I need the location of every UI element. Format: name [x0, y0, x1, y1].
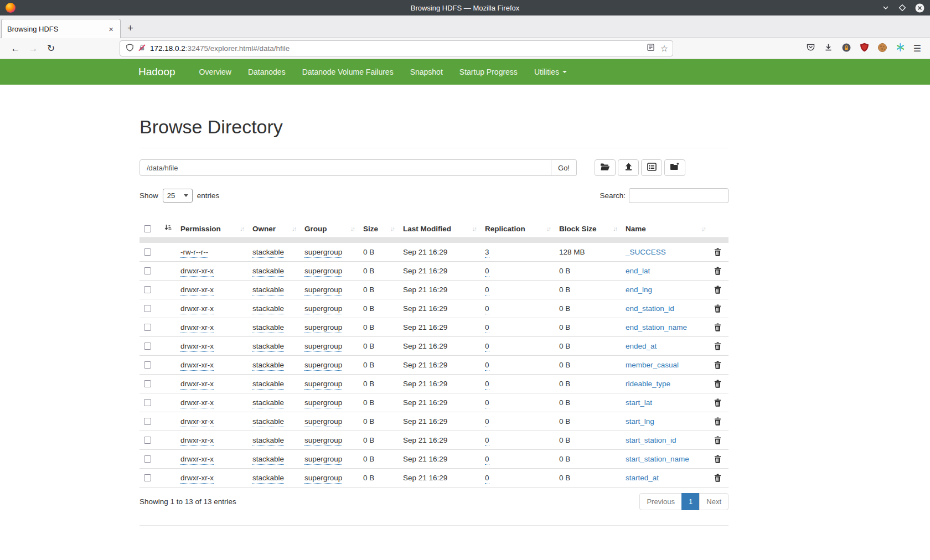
owner-value[interactable]: stackable: [252, 474, 284, 484]
header-owner[interactable]: Owner↓↑: [248, 220, 300, 238]
file-link[interactable]: ended_at: [626, 342, 657, 350]
minimize-icon[interactable]: [882, 4, 890, 12]
delete-file-button[interactable]: [714, 248, 724, 256]
row-checkbox[interactable]: [144, 324, 151, 331]
row-checkbox[interactable]: [144, 343, 151, 350]
url-text[interactable]: 172.18.0.2:32475/explorer.html#/data/hfi…: [150, 44, 643, 53]
delete-file-button[interactable]: [714, 398, 724, 407]
upload-file-button[interactable]: [618, 159, 639, 176]
owner-value[interactable]: stackable: [252, 342, 284, 352]
bookmark-star-icon[interactable]: ☆: [660, 44, 668, 53]
header-size[interactable]: Size↓↑: [359, 220, 399, 238]
replication-value[interactable]: 3: [485, 248, 489, 258]
header-last-modified[interactable]: Last Modified↓↑: [399, 220, 480, 238]
replication-value[interactable]: 0: [485, 304, 489, 314]
previous-page-button[interactable]: Previous: [639, 493, 682, 510]
permission-value[interactable]: -rw-r--r--: [180, 248, 208, 258]
file-link[interactable]: start_lng: [626, 417, 654, 426]
group-value[interactable]: supergroup: [304, 436, 342, 446]
owner-value[interactable]: stackable: [252, 380, 284, 390]
cookie-extension-icon[interactable]: [877, 43, 887, 55]
delete-file-button[interactable]: [714, 361, 724, 369]
sort-active-icon[interactable]: [164, 224, 172, 233]
group-value[interactable]: supergroup: [304, 380, 342, 390]
row-checkbox[interactable]: [144, 248, 151, 256]
delete-file-button[interactable]: [714, 417, 724, 426]
open-folder-button[interactable]: [595, 159, 616, 176]
pocket-icon[interactable]: [806, 43, 815, 54]
permission-value[interactable]: drwxr-xr-x: [180, 286, 214, 295]
owner-value[interactable]: stackable: [252, 455, 284, 465]
permission-value[interactable]: drwxr-xr-x: [180, 304, 214, 314]
delete-file-button[interactable]: [714, 286, 724, 294]
owner-value[interactable]: stackable: [252, 267, 284, 277]
delete-file-button[interactable]: [714, 267, 724, 275]
go-button[interactable]: Go!: [551, 159, 577, 176]
next-page-button[interactable]: Next: [699, 493, 728, 510]
delete-file-button[interactable]: [714, 323, 724, 331]
hadoop-brand[interactable]: Hadoop: [138, 66, 175, 78]
replication-value[interactable]: 0: [485, 455, 489, 465]
permission-value[interactable]: drwxr-xr-x: [180, 342, 214, 352]
downloads-icon[interactable]: [824, 43, 833, 54]
replication-value[interactable]: 0: [485, 361, 489, 371]
header-group[interactable]: Group↓↑: [300, 220, 359, 238]
group-value[interactable]: supergroup: [304, 342, 342, 352]
owner-value[interactable]: stackable: [252, 304, 284, 314]
group-value[interactable]: supergroup: [304, 304, 342, 314]
row-checkbox[interactable]: [144, 286, 151, 293]
tab-close-icon[interactable]: ×: [107, 24, 115, 34]
replication-value[interactable]: 0: [485, 417, 489, 427]
privacy-extension-icon[interactable]: [841, 43, 851, 55]
url-bar[interactable]: 172.18.0.2:32475/explorer.html#/data/hfi…: [120, 40, 673, 56]
owner-value[interactable]: stackable: [252, 398, 284, 408]
file-link[interactable]: end_lat: [626, 267, 650, 275]
header-permission[interactable]: Permission↓↑: [176, 220, 248, 238]
create-directory-button[interactable]: [664, 159, 685, 176]
nav-datanode-volume-failures[interactable]: Datanode Volume Failures: [294, 68, 402, 76]
row-checkbox[interactable]: [144, 474, 151, 481]
nav-snapshot[interactable]: Snapshot: [402, 68, 451, 76]
reload-icon[interactable]: ↻: [42, 43, 60, 54]
replication-value[interactable]: 0: [485, 398, 489, 408]
delete-file-button[interactable]: [714, 380, 724, 388]
row-checkbox[interactable]: [144, 455, 151, 463]
delete-file-button[interactable]: [714, 474, 724, 482]
ublock-origin-icon[interactable]: [860, 43, 869, 54]
file-link[interactable]: start_station_name: [626, 455, 689, 463]
permission-value[interactable]: drwxr-xr-x: [180, 267, 214, 277]
owner-value[interactable]: stackable: [252, 323, 284, 333]
group-value[interactable]: supergroup: [304, 417, 342, 427]
file-link[interactable]: end_station_id: [626, 304, 674, 313]
replication-value[interactable]: 0: [485, 380, 489, 390]
row-checkbox[interactable]: [144, 418, 151, 425]
new-tab-button[interactable]: +: [121, 22, 140, 38]
group-value[interactable]: supergroup: [304, 474, 342, 484]
row-checkbox[interactable]: [144, 361, 151, 369]
maximize-icon[interactable]: [898, 4, 906, 12]
path-input[interactable]: [140, 159, 551, 176]
row-checkbox[interactable]: [144, 437, 151, 444]
owner-value[interactable]: stackable: [252, 286, 284, 295]
row-checkbox[interactable]: [144, 399, 151, 406]
nav-startup-progress[interactable]: Startup Progress: [451, 68, 526, 76]
file-link[interactable]: end_station_name: [626, 323, 687, 331]
owner-value[interactable]: stackable: [252, 248, 284, 258]
file-link[interactable]: start_station_id: [626, 436, 676, 444]
permission-value[interactable]: drwxr-xr-x: [180, 361, 214, 371]
group-value[interactable]: supergroup: [304, 267, 342, 277]
group-value[interactable]: supergroup: [304, 286, 342, 295]
group-value[interactable]: supergroup: [304, 455, 342, 465]
row-checkbox[interactable]: [144, 267, 151, 274]
delete-file-button[interactable]: [714, 436, 724, 444]
owner-value[interactable]: stackable: [252, 436, 284, 446]
permission-value[interactable]: drwxr-xr-x: [180, 455, 214, 465]
delete-file-button[interactable]: [714, 304, 724, 313]
page-size-select[interactable]: 25: [163, 189, 193, 203]
permission-value[interactable]: drwxr-xr-x: [180, 474, 214, 484]
replication-value[interactable]: 0: [485, 323, 489, 333]
shield-icon[interactable]: [126, 43, 134, 54]
row-checkbox[interactable]: [144, 305, 151, 312]
nav-datanodes[interactable]: Datanodes: [240, 68, 294, 76]
owner-value[interactable]: stackable: [252, 361, 284, 371]
